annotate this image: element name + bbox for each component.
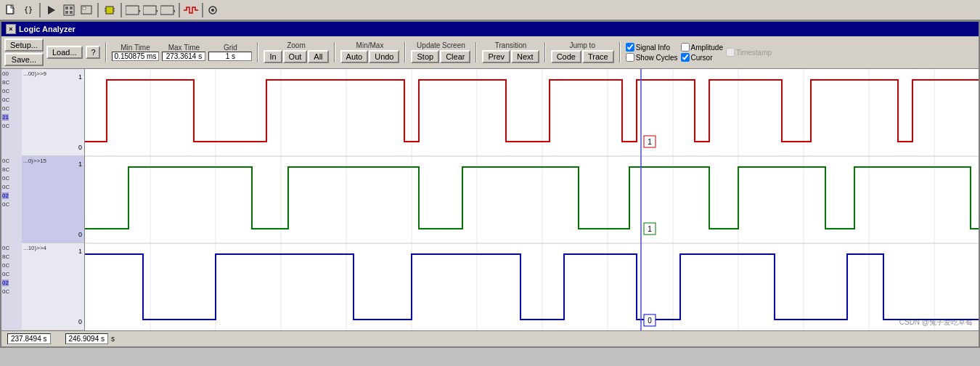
load-button[interactable]: Load... [46, 46, 83, 59]
svg-point-23 [211, 9, 214, 12]
zoom-label: Zoom [287, 41, 306, 49]
sep1 [105, 42, 107, 62]
window-titlebar: × Logic Analyzer [1, 22, 979, 36]
timestamp-checkbox[interactable] [726, 48, 735, 57]
zoom-out-button[interactable]: Out [283, 50, 308, 63]
signal-1-wave [85, 80, 979, 142]
svg-rect-10 [106, 7, 113, 14]
cursor-checkbox[interactable] [681, 53, 690, 62]
show-cycles-label: Show Cycles [636, 54, 678, 62]
min-time-value: 0.150875 ms [112, 52, 160, 61]
code-button[interactable]: Code [551, 50, 581, 63]
signal-info-checkbox[interactable] [626, 43, 634, 52]
jump-buttons: Code Trace [551, 50, 614, 63]
signal-labels-panel: 00 8C 0C 0C 0C 21 0C 0C 8C 0C 0C 02 0C 0… [1, 69, 85, 330]
undo-button[interactable]: Undo [369, 50, 399, 63]
time-unit-label: s [111, 335, 115, 343]
waveform-svg: 1 1 0 [85, 69, 979, 330]
grid-value: 1 s [208, 52, 252, 61]
load-icon[interactable] [78, 2, 94, 18]
save-button[interactable]: Save... [4, 53, 44, 66]
signal-info-check[interactable]: Signal Info [626, 43, 678, 52]
dropdown2-icon[interactable] [142, 2, 158, 18]
cursor-val-2: 1 [648, 225, 652, 233]
max-time-group: Max Time 273.3614 s [162, 44, 205, 61]
zoom-buttons: In Out All [264, 50, 328, 63]
sep6 [544, 42, 546, 62]
transition-buttons: Prev Next [482, 50, 539, 63]
waveform-area[interactable]: 1 1 0 CSDN @兔子爱吃草莓 [85, 69, 979, 330]
wave-icon[interactable] [183, 2, 199, 18]
timestamp-check[interactable]: Timestamp [726, 48, 772, 57]
show-cycles-checkbox[interactable] [626, 53, 634, 62]
separator4 [179, 3, 180, 17]
signal-2-name: ...0)>>15 [22, 156, 85, 166]
svg-rect-6 [65, 11, 68, 14]
signal-2-wave [85, 167, 979, 229]
signal-info-label: Signal Info [636, 44, 670, 52]
sep5 [475, 42, 477, 62]
main-area: 00 8C 0C 0C 0C 21 0C 0C 8C 0C 0C 02 0C 0… [1, 69, 979, 330]
svg-rect-17 [143, 6, 156, 15]
setup-button[interactable]: Setup... [4, 38, 44, 52]
update-buttons: Stop Clear [411, 50, 470, 63]
top-toolbar: {} [0, 0, 980, 20]
show-cycles-check[interactable]: Show Cycles [626, 53, 678, 62]
separator3 [121, 3, 122, 17]
trace-button[interactable]: Trace [582, 50, 614, 63]
dropdown1-icon[interactable] [125, 2, 141, 18]
svg-rect-9 [83, 7, 86, 9]
chip-icon[interactable] [102, 2, 118, 18]
svg-rect-15 [126, 6, 139, 15]
signal-3-lo: 0 [78, 318, 82, 325]
signal-1-name: ...00)>>9 [22, 69, 85, 78]
svg-rect-5 [70, 7, 73, 9]
watermark: CSDN @兔子爱吃草莓 [899, 317, 973, 328]
minmax-buttons: Auto Undo [340, 50, 400, 63]
compile-icon[interactable] [61, 2, 77, 18]
cursor-val-1: 1 [648, 138, 652, 146]
minmax-label: Min/Max [356, 41, 384, 49]
clear-button[interactable]: Clear [440, 50, 470, 63]
window-close-button[interactable]: × [6, 24, 16, 34]
amplitude-label: Amplitude [691, 44, 723, 52]
dropdown3-icon[interactable] [160, 2, 176, 18]
min-time-label: Min Time [121, 44, 150, 52]
svg-marker-2 [48, 6, 55, 15]
controls-bar: Setup... Save... Load... ? Min Time 0.15… [1, 36, 979, 69]
svg-rect-19 [160, 6, 173, 15]
sep3 [334, 42, 335, 62]
cursor-time-group: 246.9094 s s [65, 333, 115, 344]
svg-rect-8 [81, 6, 91, 14]
amplitude-check[interactable]: Amplitude [681, 43, 723, 52]
zoom-all-button[interactable]: All [308, 50, 328, 63]
sep7 [619, 42, 621, 62]
auto-button[interactable]: Auto [340, 50, 369, 63]
amplitude-checkbox[interactable] [681, 43, 690, 52]
grid-label: Grid [224, 44, 237, 52]
settings-icon[interactable] [206, 2, 222, 18]
signal-2-hi: 1 [78, 160, 82, 168]
prev-button[interactable]: Prev [482, 50, 510, 63]
stop-button[interactable]: Stop [411, 50, 439, 63]
cursor-check[interactable]: Cursor [681, 53, 723, 62]
code-icon[interactable]: {} [20, 2, 36, 18]
update-label: Update Screen [417, 41, 465, 49]
signal-3-name: ...10)>>4 [22, 243, 85, 253]
svg-rect-7 [70, 11, 73, 14]
run-icon[interactable] [44, 2, 60, 18]
next-button[interactable]: Next [511, 50, 539, 63]
zoom-in-button[interactable]: In [264, 50, 282, 63]
transition-label: Transition [495, 41, 527, 49]
separator2 [97, 3, 99, 17]
signal-2-lo: 0 [78, 231, 82, 238]
min-time-group: Min Time 0.150875 ms [112, 44, 160, 61]
cursor-time-display: 246.9094 s [65, 333, 109, 344]
new-icon[interactable] [3, 2, 19, 18]
signal-row-2: ...0)>>15 1 0 [22, 156, 85, 243]
separator5 [202, 3, 203, 17]
help-button[interactable]: ? [86, 46, 100, 59]
cursor-val-3: 0 [648, 317, 652, 325]
sep2 [257, 42, 258, 62]
grid-group: Grid 1 s [208, 44, 252, 61]
